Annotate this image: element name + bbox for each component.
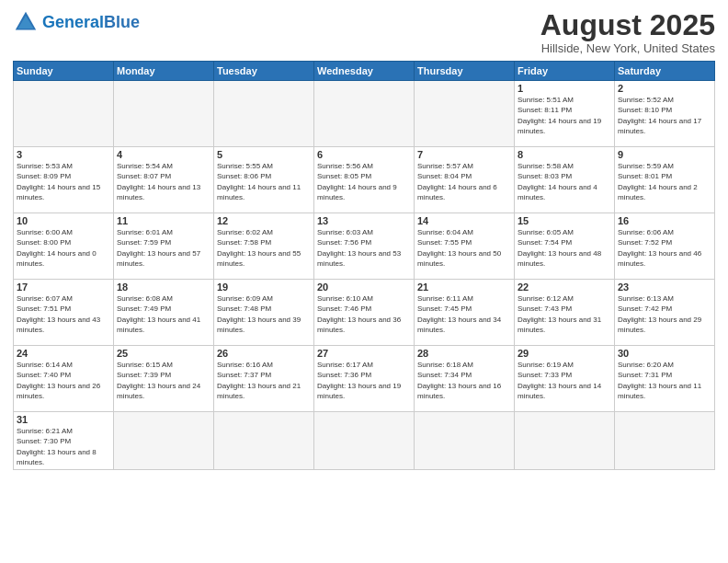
calendar-cell [415, 81, 515, 147]
day-info: Sunrise: 5:54 AM Sunset: 8:07 PM Dayligh… [117, 161, 210, 202]
calendar-cell: 4Sunrise: 5:54 AM Sunset: 8:07 PM Daylig… [114, 147, 214, 213]
calendar-cell: 13Sunrise: 6:03 AM Sunset: 7:56 PM Dayli… [314, 213, 415, 280]
day-info: Sunrise: 5:57 AM Sunset: 8:04 PM Dayligh… [417, 161, 511, 202]
day-number: 7 [417, 149, 511, 160]
calendar-cell: 24Sunrise: 6:14 AM Sunset: 7:40 PM Dayli… [14, 346, 114, 412]
day-info: Sunrise: 6:04 AM Sunset: 7:55 PM Dayligh… [417, 227, 511, 269]
header-cell-tuesday: Tuesday [214, 62, 314, 81]
day-number: 6 [317, 149, 411, 160]
day-info: Sunrise: 5:52 AM Sunset: 8:10 PM Dayligh… [618, 95, 711, 136]
calendar-subtitle: Hillside, New York, United States [540, 41, 715, 55]
day-number: 19 [217, 282, 311, 293]
day-info: Sunrise: 5:51 AM Sunset: 8:11 PM Dayligh… [518, 95, 611, 136]
day-number: 16 [618, 215, 711, 226]
calendar-cell: 22Sunrise: 6:12 AM Sunset: 7:43 PM Dayli… [515, 280, 615, 346]
calendar-cell: 27Sunrise: 6:17 AM Sunset: 7:36 PM Dayli… [314, 346, 415, 412]
calendar-cell [14, 81, 114, 147]
calendar-cell: 30Sunrise: 6:20 AM Sunset: 7:31 PM Dayli… [615, 346, 715, 412]
calendar-cell: 16Sunrise: 6:06 AM Sunset: 7:52 PM Dayli… [615, 213, 715, 280]
day-info: Sunrise: 6:13 AM Sunset: 7:42 PM Dayligh… [618, 293, 711, 335]
day-number: 5 [217, 149, 311, 160]
calendar-cell: 18Sunrise: 6:08 AM Sunset: 7:49 PM Dayli… [114, 280, 214, 346]
day-number: 25 [117, 348, 210, 359]
calendar-cell [114, 81, 214, 147]
calendar-cell: 3Sunrise: 5:53 AM Sunset: 8:09 PM Daylig… [14, 147, 114, 213]
day-number: 2 [618, 83, 711, 94]
day-number: 24 [17, 348, 110, 359]
calendar-cell: 28Sunrise: 6:18 AM Sunset: 7:34 PM Dayli… [415, 346, 515, 412]
calendar-cell: 5Sunrise: 5:55 AM Sunset: 8:06 PM Daylig… [214, 147, 314, 213]
logo-icon [13, 9, 39, 35]
calendar-cell: 9Sunrise: 5:59 AM Sunset: 8:01 PM Daylig… [615, 147, 715, 213]
day-number: 31 [17, 414, 110, 425]
day-info: Sunrise: 6:01 AM Sunset: 7:59 PM Dayligh… [117, 227, 210, 269]
week-row-5: 31Sunrise: 6:21 AM Sunset: 7:30 PM Dayli… [14, 412, 715, 470]
calendar-cell [214, 81, 314, 147]
calendar-cell [214, 412, 314, 470]
calendar-cell: 19Sunrise: 6:09 AM Sunset: 7:48 PM Dayli… [214, 280, 314, 346]
calendar-cell: 10Sunrise: 6:00 AM Sunset: 8:00 PM Dayli… [14, 213, 114, 280]
day-number: 13 [317, 215, 411, 226]
day-info: Sunrise: 6:15 AM Sunset: 7:39 PM Dayligh… [117, 360, 210, 401]
day-number: 4 [117, 149, 210, 160]
day-info: Sunrise: 5:56 AM Sunset: 8:05 PM Dayligh… [317, 161, 411, 202]
day-number: 1 [518, 83, 611, 94]
week-row-3: 17Sunrise: 6:07 AM Sunset: 7:51 PM Dayli… [14, 280, 715, 346]
header-cell-thursday: Thursday [415, 62, 515, 81]
day-info: Sunrise: 6:06 AM Sunset: 7:52 PM Dayligh… [618, 227, 711, 269]
day-number: 23 [618, 282, 711, 293]
header-cell-saturday: Saturday [615, 62, 715, 81]
day-info: Sunrise: 6:08 AM Sunset: 7:49 PM Dayligh… [117, 293, 210, 335]
header-row: SundayMondayTuesdayWednesdayThursdayFrid… [14, 62, 715, 81]
day-info: Sunrise: 6:19 AM Sunset: 7:33 PM Dayligh… [518, 360, 611, 401]
title-area: August 2025 Hillside, New York, United S… [540, 9, 715, 55]
logo: GeneralBlue [13, 9, 140, 35]
day-info: Sunrise: 5:58 AM Sunset: 8:03 PM Dayligh… [518, 161, 611, 202]
calendar-cell: 21Sunrise: 6:11 AM Sunset: 7:45 PM Dayli… [415, 280, 515, 346]
week-row-4: 24Sunrise: 6:14 AM Sunset: 7:40 PM Dayli… [14, 346, 715, 412]
day-number: 18 [117, 282, 210, 293]
day-info: Sunrise: 6:07 AM Sunset: 7:51 PM Dayligh… [17, 293, 110, 335]
day-info: Sunrise: 6:18 AM Sunset: 7:34 PM Dayligh… [417, 360, 511, 401]
day-number: 26 [217, 348, 311, 359]
day-number: 10 [17, 215, 110, 226]
calendar-cell: 1Sunrise: 5:51 AM Sunset: 8:11 PM Daylig… [515, 81, 615, 147]
calendar-cell: 12Sunrise: 6:02 AM Sunset: 7:58 PM Dayli… [214, 213, 314, 280]
day-info: Sunrise: 6:02 AM Sunset: 7:58 PM Dayligh… [217, 227, 311, 269]
logo-blue: Blue [104, 13, 140, 31]
day-info: Sunrise: 6:21 AM Sunset: 7:30 PM Dayligh… [17, 426, 110, 467]
day-info: Sunrise: 6:05 AM Sunset: 7:54 PM Dayligh… [518, 227, 611, 269]
calendar-cell: 14Sunrise: 6:04 AM Sunset: 7:55 PM Dayli… [415, 213, 515, 280]
day-number: 20 [317, 282, 411, 293]
day-info: Sunrise: 5:55 AM Sunset: 8:06 PM Dayligh… [217, 161, 311, 202]
day-info: Sunrise: 6:10 AM Sunset: 7:46 PM Dayligh… [317, 293, 411, 335]
day-info: Sunrise: 5:53 AM Sunset: 8:09 PM Dayligh… [17, 161, 110, 202]
day-number: 14 [417, 215, 511, 226]
day-number: 30 [618, 348, 711, 359]
calendar-cell: 17Sunrise: 6:07 AM Sunset: 7:51 PM Dayli… [14, 280, 114, 346]
day-number: 28 [417, 348, 511, 359]
day-number: 21 [417, 282, 511, 293]
calendar-cell [615, 412, 715, 470]
day-number: 29 [518, 348, 611, 359]
calendar-cell: 20Sunrise: 6:10 AM Sunset: 7:46 PM Dayli… [314, 280, 415, 346]
day-number: 27 [317, 348, 411, 359]
day-number: 9 [618, 149, 711, 160]
day-info: Sunrise: 6:11 AM Sunset: 7:45 PM Dayligh… [417, 293, 511, 335]
day-number: 12 [217, 215, 311, 226]
calendar-cell: 25Sunrise: 6:15 AM Sunset: 7:39 PM Dayli… [114, 346, 214, 412]
day-number: 8 [518, 149, 611, 160]
day-info: Sunrise: 6:12 AM Sunset: 7:43 PM Dayligh… [518, 293, 611, 335]
page: GeneralBlue August 2025 Hillside, New Yo… [0, 0, 728, 563]
calendar-cell [415, 412, 515, 470]
week-row-1: 3Sunrise: 5:53 AM Sunset: 8:09 PM Daylig… [14, 147, 715, 213]
day-info: Sunrise: 6:20 AM Sunset: 7:31 PM Dayligh… [618, 360, 711, 401]
day-info: Sunrise: 6:17 AM Sunset: 7:36 PM Dayligh… [317, 360, 411, 401]
header-cell-sunday: Sunday [14, 62, 114, 81]
day-number: 15 [518, 215, 611, 226]
calendar-cell: 2Sunrise: 5:52 AM Sunset: 8:10 PM Daylig… [615, 81, 715, 147]
calendar-cell: 6Sunrise: 5:56 AM Sunset: 8:05 PM Daylig… [314, 147, 415, 213]
logo-text: GeneralBlue [42, 14, 140, 30]
calendar-cell: 7Sunrise: 5:57 AM Sunset: 8:04 PM Daylig… [415, 147, 515, 213]
calendar-cell [314, 81, 415, 147]
